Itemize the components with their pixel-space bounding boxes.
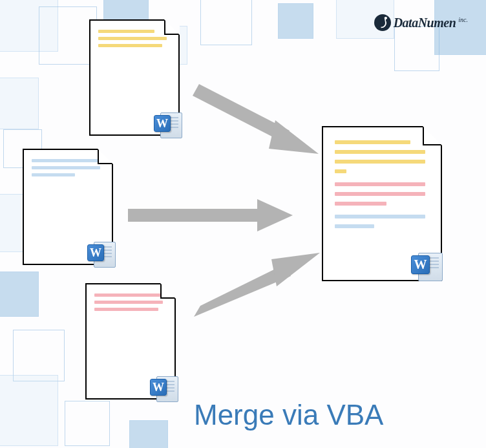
page-fold-icon [164,19,180,35]
target-doc-merged: W [322,126,442,281]
source-doc-blue: W [23,149,113,265]
brand-name-text: DataNumen [394,16,456,30]
svg-marker-1 [269,120,319,154]
caption-text: Merge via VBA [194,399,383,431]
word-icon: W [149,374,180,405]
page-fold-icon [423,126,442,145]
brand-suffix-text: inc. [458,16,468,23]
svg-marker-3 [257,199,293,231]
source-doc-pink: W [85,283,176,400]
svg-rect-2 [128,209,264,222]
brand-logo: DataNumen inc. [374,14,468,31]
word-icon: W [153,110,184,141]
page-fold-icon [98,149,113,164]
svg-marker-5 [271,253,320,286]
arrow-icon [128,196,296,235]
page-fold-icon [160,283,176,299]
word-icon: W [86,239,117,270]
word-icon: W [410,250,443,284]
arrow-icon [193,71,322,162]
source-doc-yellow: W [89,19,180,136]
brand-logo-mark [374,14,391,31]
arrow-icon [194,249,323,339]
